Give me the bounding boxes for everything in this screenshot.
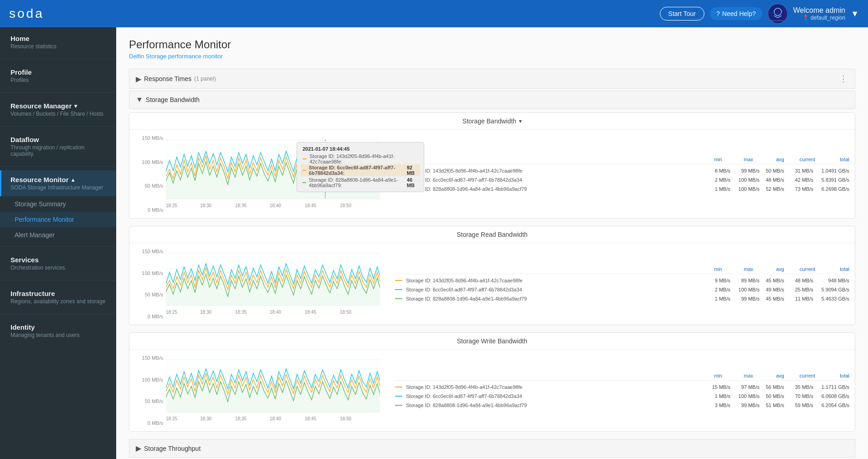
response-times-title: Response Times [144,75,191,82]
sidebar-section-identity: Identity Managing tenants and users [0,316,116,346]
storage-read-bandwidth-chart-title: Storage Read Bandwidth [129,226,855,243]
response-times-header[interactable]: ▶ Response Times (1 panel) ⋮ [129,69,855,89]
divider-7 [0,314,116,314]
storage-bandwidth-section: ▼ Storage Bandwidth Storage Bandwidth ▾ … [129,91,855,432]
svg-text:18:50: 18:50 [340,310,351,315]
storage-bandwidth-chart-title: Storage Bandwidth ▾ [129,113,855,130]
response-times-section: ▶ Response Times (1 panel) ⋮ [129,69,855,89]
start-tour-button[interactable]: Start Tour [660,7,704,20]
svg-text:18:25: 18:25 [166,203,177,208]
sidebar-sub-performance-monitor[interactable]: Performance Monitor [0,212,116,227]
read-legend-row-2: Storage ID: 6cc0ec6f-ad87-4f97-aff7-6b78… [395,287,849,292]
write-legend-row-3: Storage ID: 828a8808-1d96-4a84-a9e1-4bb9… [395,403,849,408]
sidebar-item-home[interactable]: Home Resource statistics [0,29,116,55]
sidebar-item-services[interactable]: Services Orchestration services. [0,250,116,276]
svg-point-0 [774,8,781,15]
sidebar-section-profile: Profile Profiles [0,61,116,91]
svg-text:18:30: 18:30 [200,416,211,421]
sidebar-item-profile[interactable]: Profile Profiles [0,63,116,89]
divider-5 [0,246,116,247]
storage-throughput-title: Storage Throughput [144,445,200,452]
sidebar-item-identity[interactable]: Identity Managing tenants and users [0,318,116,344]
storage-read-bandwidth-panel: Storage Read Bandwidth 150 MB/s 100 MB/s… [129,226,855,325]
sidebar-section-services: Services Orchestration services. [0,249,116,278]
divider-2 [0,92,116,93]
storage-bandwidth-legend: min max avg current total Storage ID: 14… [395,135,849,213]
svg-text:18:30: 18:30 [200,203,211,208]
write-legend-row-2: Storage ID: 6cc0ec6f-ad87-4f97-aff7-6b78… [395,393,849,399]
header-actions: Start Tour ? Need Help? foundation Welco… [660,4,859,24]
write-bandwidth-chart-svg: 18:25 18:30 18:35 18:40 18:45 18:50 [166,355,380,426]
write-legend-header: min max avg current total [395,373,849,381]
legend-row-2: Storage ID: 6cc0ec6f-ad87-4f97-aff7-6b78… [395,177,849,183]
svg-text:foundation: foundation [771,20,784,21]
response-times-badge: (1 panel) [194,76,216,82]
storage-bandwidth-chart-body: 150 MB/s 100 MB/s 50 MB/s 0 MB/s [129,130,855,218]
storage-throughput-section: ▶ Storage Throughput [129,439,855,458]
sidebar-section-resource-monitor: Resource Monitor ▴ SODA Storage Infrastr… [0,168,116,245]
svg-text:18:35: 18:35 [235,203,247,208]
logo: soda [9,6,44,21]
read-legend-header: min max avg current total [395,266,849,274]
sidebar-item-resource-monitor[interactable]: Resource Monitor ▴ SODA Storage Infrastr… [0,170,116,196]
need-help-button[interactable]: ? Need Help? [710,7,762,20]
y-label-0: 0 MB/s [148,207,163,213]
y-label-150: 150 MB/s [142,135,163,141]
sidebar-section-home: Home Resource statistics [0,27,116,57]
chart-dropdown-arrow[interactable]: ▾ [519,118,522,124]
soda-foundation-logo: foundation [768,4,788,24]
main-content: Performance Monitor Delfin Storage perfo… [116,27,868,459]
storage-bandwidth-panel: Storage Bandwidth ▾ 150 MB/s 100 MB/s 50… [129,112,855,219]
y-label-50: 50 MB/s [145,183,163,189]
divider-4 [0,166,116,167]
legend-header: min max avg current total [395,157,849,164]
storage-write-bandwidth-panel: Storage Write Bandwidth 150 MB/s 100 MB/… [129,332,855,432]
sidebar-section-infrastructure: Infrastructure Regions, availability zon… [0,282,116,312]
svg-text:18:50: 18:50 [340,203,351,208]
sidebar-sub-alert-manager[interactable]: Alert Manager [0,227,116,243]
section-menu-dots[interactable]: ⋮ [839,74,848,84]
divider-3 [0,126,116,127]
storage-bandwidth-title: Storage Bandwidth [146,96,200,103]
svg-text:18:45: 18:45 [305,310,316,315]
read-bandwidth-legend: min max avg current total Storage ID: 14… [395,249,849,319]
sidebar-item-infrastructure[interactable]: Infrastructure Regions, availability zon… [0,284,116,310]
svg-text:18:40: 18:40 [270,310,281,315]
legend-row-3: Storage ID: 828a8808-1d96-4a84-a9e1-4bb9… [395,186,849,192]
sidebar-section-dataflow: Dataflow Through migration / replication… [0,128,116,164]
page-subtitle: Delfin Storage performance monitor [129,53,855,60]
write-bandwidth-legend: min max avg current total Storage ID: 14… [395,355,849,426]
user-menu-chevron[interactable]: ▼ [851,9,859,19]
read-legend-row-1: Storage ID: 143d2f05-8d96-4f4b-a41f-42c7… [395,278,849,283]
sidebar-item-dataflow[interactable]: Dataflow Through migration / replication… [0,130,116,163]
question-icon: ? [716,10,720,17]
svg-text:18:35: 18:35 [235,310,247,315]
storage-write-bandwidth-chart-body: 150 MB/s 100 MB/s 50 MB/s 0 MB/s [129,350,855,431]
storage-write-bandwidth-chart-title: Storage Write Bandwidth [129,333,855,350]
location-icon: 📍 [802,15,809,21]
legend-row-1: Storage ID: 143d2f05-8d96-4f4b-a41f-42c7… [395,168,849,173]
sidebar-item-resource-manager[interactable]: Resource Manager ▾ Volumes / Buckets / F… [0,97,116,122]
svg-text:18:25: 18:25 [166,416,177,421]
storage-bandwidth-header[interactable]: ▼ Storage Bandwidth [129,91,855,109]
y-label-100: 100 MB/s [142,159,163,165]
header: soda Start Tour ? Need Help? foundation … [0,0,868,27]
svg-text:18:45: 18:45 [305,203,316,208]
svg-text:18:50: 18:50 [340,416,351,421]
storage-throughput-header[interactable]: ▶ Storage Throughput [129,439,855,458]
page-title: Performance Monitor [129,38,855,51]
svg-text:18:40: 18:40 [270,203,281,208]
svg-text:18:35: 18:35 [235,416,247,421]
sidebar: Home Resource statistics Profile Profile… [0,27,116,459]
divider-6 [0,280,116,280]
bandwidth-chart-svg: 18:25 18:30 18:35 18:40 18:45 18:50 [166,135,380,213]
svg-text:18:40: 18:40 [270,416,281,421]
sidebar-section-resource-manager: Resource Manager ▾ Volumes / Buckets / F… [0,95,116,124]
svg-text:18:25: 18:25 [166,310,177,315]
read-legend-row-3: Storage ID: 828a8808-1d96-4a84-a9e1-4bb9… [395,296,849,301]
svg-text:18:45: 18:45 [305,416,316,421]
main-layout: Home Resource statistics Profile Profile… [0,27,868,459]
sidebar-sub-storage-summary[interactable]: Storage Summary [0,196,116,212]
read-bandwidth-chart-svg: 18:25 18:30 18:35 18:40 18:45 18:50 [166,249,380,319]
user-info: Welcome admin 📍 default_region [793,6,845,21]
